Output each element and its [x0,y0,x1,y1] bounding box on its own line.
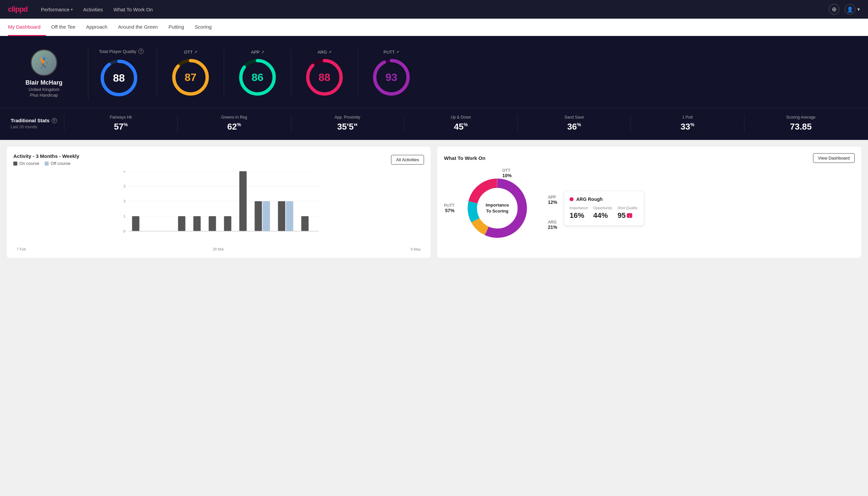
trad-stats-help-icon[interactable]: ? [52,118,57,123]
tab-approach[interactable]: Approach [81,19,113,36]
trad-stats-label: Traditional Stats ? Last 20 rounds [11,118,64,129]
total-quality-gauge: 88 [99,58,139,98]
tab-my-dashboard[interactable]: My Dashboard [8,19,46,36]
add-button[interactable]: ⊕ [829,4,839,15]
svg-rect-29 [278,201,285,231]
arg-rough-tooltip: ARG Rough Importance 16% Opportunity 44%… [564,191,644,226]
nav-activities[interactable]: Activities [83,7,103,12]
stat-greens-in-reg: Greens In Reg 62% [177,115,290,132]
performance-caret: ▾ [71,7,73,11]
bar-chart-svg: 0 1 2 3 4 [13,171,424,245]
svg-text:Importance: Importance [486,203,509,207]
nav-actions: ⊕ 👤 ▾ [829,4,860,15]
app-trend-icon: ↗ [261,50,264,54]
activity-chart-header: Activity - 3 Months - Weekly On course O… [13,153,424,166]
chart-area: 0 1 2 3 4 [13,171,424,251]
gauge-arg: ARG ↗ 88 [291,50,358,97]
brand-logo[interactable]: clippd [8,5,28,14]
legend-off-course: Off course [45,161,70,166]
gauge-putt: PUTT ↗ 93 [358,50,425,97]
activity-chart-panel: Activity - 3 Months - Weekly On course O… [7,146,431,258]
tooltip-shot-quality: Shot Quality 95 ↓ [617,206,637,220]
tooltip-importance: Importance 16% [570,206,588,220]
gauge-ott: OTT ↗ 87 [157,50,224,97]
top-navigation: clippd Performance ▾ Activities What To … [0,0,868,19]
stat-one-putt: 1 Putt 33% [631,115,744,132]
svg-text:0: 0 [123,229,125,233]
stat-sand-save: Sand Save 36% [517,115,631,132]
app-value: 86 [251,71,264,83]
trad-stats-sublabel: Last 20 rounds [11,125,64,129]
putt-trend-icon: ↗ [396,50,399,54]
putt-value: 93 [385,71,397,83]
tab-scoring[interactable]: Scoring [190,19,217,36]
svg-text:To Scoring: To Scoring [486,208,509,214]
trad-stat-items: Fairways Hit 57% Greens In Reg 62% App. … [64,115,857,132]
hero-divider [88,47,88,100]
svg-rect-23 [193,216,201,231]
activity-chart-title: Activity - 3 Months - Weekly [13,153,79,159]
total-quality-value: 88 [113,72,125,84]
chart-x-labels: 7 Feb 28 Mar 9 May [13,247,424,251]
nav-performance[interactable]: Performance ▾ [41,7,73,12]
svg-rect-21 [132,216,140,231]
arg-trend-icon: ↗ [328,50,331,54]
traditional-stats-section: Traditional Stats ? Last 20 rounds Fairw… [0,108,868,140]
svg-rect-30 [286,201,294,231]
stat-app-proximity: App. Proximity 35'5" [291,115,404,132]
stat-fairways-hit: Fairways Hit 57% [64,115,177,132]
stat-up-down: Up & Down 45% [404,115,517,132]
avatar: 🏌️ [31,49,57,76]
tab-putting[interactable]: Putting [163,19,190,36]
user-icon: 👤 [845,4,855,15]
user-menu[interactable]: 👤 ▾ [845,4,860,15]
arg-value: 88 [318,71,330,83]
svg-rect-24 [209,216,216,231]
user-caret-icon: ▾ [857,6,860,12]
app-donut-label: APP 12% [548,195,557,205]
donut-chart-area: PUTT 57% Importance To Scoring [444,168,557,248]
ott-trend-icon: ↗ [194,50,197,54]
on-course-dot [13,161,17,166]
score-gauges: OTT ↗ 87 APP ↗ [157,50,425,97]
svg-rect-25 [224,216,232,231]
gauge-app: APP ↗ 86 [224,50,291,97]
player-handicap: Plus Handicap [30,93,58,98]
nav-links: Performance ▾ Activities What To Work On [41,7,829,12]
all-activities-button[interactable]: All Activities [391,155,424,165]
what-to-work-on-panel: What To Work On View Dashboard PUTT 57% [437,146,861,258]
tooltip-opportunity: Opportunity 44% [593,206,612,220]
arg-rough-dot [570,197,573,201]
shot-quality-badge: ↓ [627,213,632,218]
svg-rect-26 [239,171,247,231]
svg-text:2: 2 [123,199,125,203]
wtwo-title: What To Work On [444,155,485,161]
svg-rect-22 [178,216,186,231]
arg-donut-label: ARG 21% [548,220,557,230]
arg-rough-title: ARG Rough [576,197,602,202]
bottom-panels: Activity - 3 Months - Weekly On course O… [0,140,868,264]
player-info: 🏌️ Blair McHarg United Kingdom Plus Hand… [11,49,77,98]
putt-label: PUTT 57% [444,203,454,213]
sub-navigation: My Dashboard Off the Tee Approach Around… [0,19,868,36]
svg-text:3: 3 [123,184,125,188]
chart-legend: On course Off course [13,161,79,166]
svg-rect-28 [263,201,270,231]
wtwo-header: What To Work On View Dashboard [444,153,855,163]
tooltip-stats: Importance 16% Opportunity 44% Shot Qual… [570,206,638,220]
total-quality-help-icon[interactable]: ? [138,49,144,54]
tab-around-the-green[interactable]: Around the Green [113,19,163,36]
svg-rect-27 [255,201,262,231]
svg-rect-31 [301,216,309,231]
total-quality-label: Total Player Quality ? [99,49,144,54]
ott-donut-label: OTT 10% [502,168,511,178]
wtwo-content: PUTT 57% Importance To Scoring [444,168,855,248]
off-course-dot [45,161,49,166]
tab-off-the-tee[interactable]: Off the Tee [46,19,81,36]
ott-value: 87 [185,71,196,83]
player-name: Blair McHarg [25,79,62,86]
view-dashboard-button[interactable]: View Dashboard [813,153,855,163]
legend-on-course: On course [13,161,39,166]
nav-what-to-work-on[interactable]: What To Work On [114,7,153,12]
player-country: United Kingdom [29,87,60,92]
